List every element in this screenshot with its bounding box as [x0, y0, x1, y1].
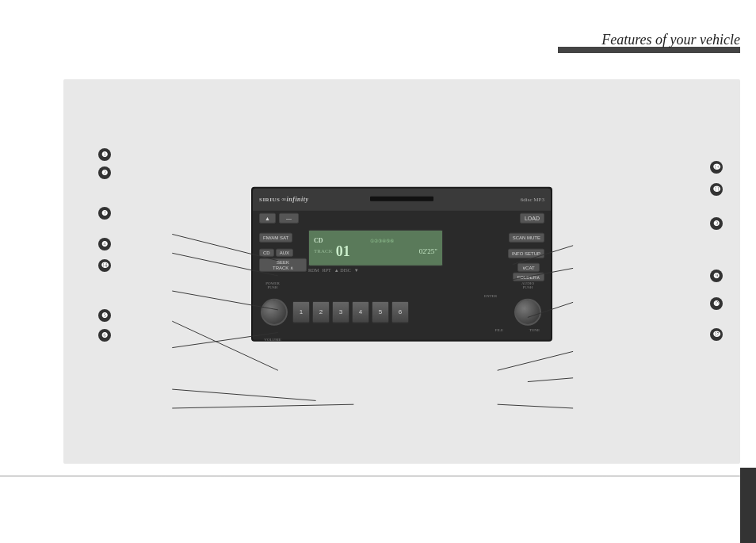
fmam-sat-button[interactable]: FM/AM SAT [259, 232, 292, 242]
cd-button[interactable]: CD [259, 248, 274, 256]
preset-5[interactable]: 5 [372, 300, 389, 323]
cat-button[interactable]: ∨CAT [517, 262, 540, 271]
rdm-rpt-row: RDM RPT ▲ DISC ▼ [308, 267, 443, 272]
callout-13: ⓭ [710, 161, 723, 174]
callout-14: ⓮ [98, 259, 111, 272]
callout-3: ❸ [710, 217, 723, 230]
preset-buttons: 1 2 3 4 5 6 [292, 300, 409, 323]
callout-2: ❷ [98, 166, 111, 179]
cd-aux-seek-row: CD AUX SEEKTRACK ∧ [259, 248, 307, 271]
svg-line-10 [498, 404, 573, 408]
rdm-label: RDM [308, 267, 319, 272]
preset-3[interactable]: 3 [332, 300, 349, 323]
display-disc-indicators: ①②③④⑤⑥ [326, 238, 437, 243]
bottom-control-row: POWERPUSH VOLUME 1 2 3 4 5 6 ENTER FILE … [259, 290, 544, 333]
folder-button[interactable]: FOLDER∧ [513, 272, 544, 281]
radio-unit: SIRIUS ∞infinity 6disc MP3 ▲ — LOAD FM/A… [251, 186, 552, 341]
callout-9: ❾ [710, 270, 723, 282]
main-content-box: SIRIUS ∞infinity 6disc MP3 ▲ — LOAD FM/A… [63, 79, 740, 464]
power-label: POWERPUSH [259, 281, 286, 289]
callout-6: ❻ [98, 329, 111, 342]
display-mode: CD [314, 237, 323, 244]
load-button[interactable]: LOAD [520, 213, 544, 224]
display-track-label: TRACK [314, 248, 333, 254]
callout-12: ⓬ [710, 328, 723, 341]
page-footer [0, 468, 756, 543]
disc-icons: 6disc MP3 [521, 196, 544, 202]
aux-button[interactable]: AUX [276, 248, 293, 256]
info-setup-button[interactable]: INFO SETUP [508, 248, 544, 258]
audio-label: AUDIOPUSH [511, 281, 544, 289]
callout-10: ❿ [710, 297, 723, 310]
cat-folder-buttons: ∨CAT FOLDER∧ [513, 262, 544, 281]
svg-line-4 [172, 389, 315, 400]
display-track-number: 01 [336, 244, 350, 258]
disc-slot [370, 196, 433, 201]
sirius-logo: SIRIUS [259, 196, 280, 202]
svg-line-5 [172, 404, 353, 408]
preset-1[interactable]: 1 [292, 300, 310, 323]
cd-aux-buttons: CD AUX [259, 248, 307, 256]
display-time: 02'25" [419, 247, 437, 255]
brand-sirius-infinity: SIRIUS ∞infinity [259, 196, 309, 203]
display-top-row: CD ①②③④⑤⑥ [309, 237, 442, 244]
footer-divider [0, 476, 756, 476]
file-label: FILE [494, 327, 503, 331]
enter-label: ENTER [484, 293, 497, 297]
audio-tune-knob[interactable] [514, 298, 541, 325]
seek-track-button[interactable]: SEEKTRACK ∧ [259, 258, 307, 271]
preset-4[interactable]: 4 [352, 300, 369, 323]
preset-2[interactable]: 2 [312, 300, 330, 323]
page-header: Features of your vehicle [0, 0, 756, 59]
callout-5: ❺ [98, 309, 111, 322]
callout-1: ❶ [98, 148, 111, 161]
disc-up-label: ▲ DISC [334, 267, 351, 272]
svg-line-8 [528, 378, 573, 382]
radio-display: CD ①②③④⑤⑥ TRACK 01 02'25" [308, 229, 443, 266]
callout-4: ❹ [98, 238, 111, 250]
page-title: Features of your vehicle [601, 32, 740, 48]
volume-label: VOLUME [259, 337, 286, 341]
disc-down-label: ▼ [354, 267, 359, 272]
infinity-logo: ∞infinity [281, 196, 308, 203]
rpt-label: RPT [323, 267, 331, 272]
page-bar [740, 468, 756, 543]
callout-11: ⓫ [710, 183, 723, 196]
eject-button[interactable]: ▲ [259, 213, 276, 224]
display-main-row: TRACK 01 02'25" [309, 244, 442, 258]
tune-label: TUNE [529, 327, 540, 331]
scan-mute-button[interactable]: SCAN MUTE [509, 232, 544, 242]
preset-6[interactable]: 6 [391, 300, 409, 323]
button-row-1: ▲ — LOAD [259, 210, 544, 226]
dash-button[interactable]: — [279, 213, 299, 224]
svg-line-7 [498, 351, 573, 370]
volume-power-knob[interactable] [261, 298, 288, 325]
radio-top-strip: SIRIUS ∞infinity 6disc MP3 [253, 188, 551, 210]
callout-7: ❼ [98, 207, 111, 220]
